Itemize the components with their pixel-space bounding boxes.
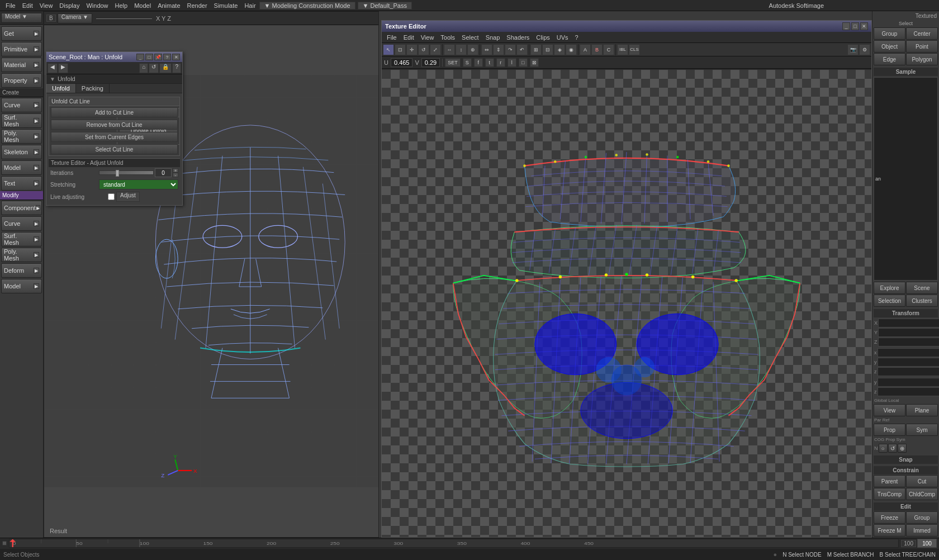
te-menu-clips[interactable]: Clips [533,34,552,41]
panel-close[interactable]: ✕ [172,54,180,60]
freeze-m-button[interactable]: Freeze M [874,524,905,537]
curve-button[interactable]: Curve▶ [1,98,42,112]
viewport-mode-btn[interactable]: B [46,15,56,22]
poly-mesh-button[interactable]: Poly. Mesh▶ [1,129,42,144]
get-button[interactable]: Get▶ [1,26,42,41]
sym-button[interactable]: Sym [906,424,938,436]
te-lasso-tool[interactable]: ⊡ [395,44,406,55]
clusters-button[interactable]: Clusters [906,295,938,307]
te-rotate90-tool[interactable]: ↷ [505,44,516,55]
te-menu-edit[interactable]: Edit [401,34,417,41]
model-selector[interactable]: Model ▼ [1,13,42,23]
te-tool-b[interactable]: B [591,44,603,55]
view-button[interactable]: View [874,404,905,416]
te-menu-file[interactable]: File [384,34,400,41]
menu-animate[interactable]: Animate [154,2,183,9]
te-maximize[interactable]: □ [851,22,859,30]
uv-set-btn[interactable]: SET [445,58,461,67]
scl-x-input[interactable] [878,378,940,387]
menu-view[interactable]: View [36,2,56,9]
uv-tool6[interactable]: □ [519,58,528,67]
iterations-value[interactable]: 0 [155,168,172,177]
te-canvas[interactable] [382,70,871,537]
point-button[interactable]: Point [906,40,938,53]
rot-y-input[interactable] [878,358,940,367]
camera-selector[interactable]: Camera ▼ [58,13,92,23]
tab-packing[interactable]: Packing [76,84,110,93]
te-titlebar[interactable]: Texture Editor _ □ ✕ [382,21,871,32]
uv-tool7[interactable]: ⊠ [530,58,539,67]
te-settings-icon[interactable]: ⚙ [859,44,870,55]
panel-settings-btn[interactable]: ? [172,63,181,73]
menu-simulate[interactable]: Simulate [211,2,241,9]
sample-input[interactable] [874,77,938,281]
te-menu-uvs[interactable]: UVs [554,34,571,41]
menu-model[interactable]: Model [131,2,154,9]
skeleton-button[interactable]: Skeleton▶ [1,145,42,159]
te-tool-c[interactable]: C [603,44,614,55]
te-tool-a[interactable]: A [580,44,591,55]
prop-button[interactable]: Prop [874,424,905,436]
surf-mesh-modify-button[interactable]: Surf. Mesh▶ [1,232,42,246]
te-rotate-neg90-tool[interactable]: ↶ [516,44,528,55]
polygon-button[interactable]: Polygon [906,53,938,65]
transform-x-input[interactable] [878,319,939,328]
te-translate-uv-tool[interactable]: ⊕ [467,44,478,55]
adjust-button[interactable]: Adjust [116,192,140,202]
te-menu-help[interactable]: ? [572,34,581,41]
te-flip-u-tool[interactable]: ⇔ [481,44,492,55]
transform-y-input[interactable] [878,328,939,337]
te-menu-select[interactable]: Select [459,34,482,41]
panel-pin[interactable]: 📌 [154,54,162,60]
te-ibl-btn[interactable]: IBL [617,44,628,55]
set-from-current-edges-btn[interactable]: Set from Current Edges [51,132,178,142]
poly-mesh-modify-button[interactable]: Poly. Mesh▶ [1,248,42,262]
property-button[interactable]: Property▶ [1,73,42,88]
select-cut-line-btn[interactable]: Select Cut Line [51,144,178,154]
live-adjusting-checkbox[interactable] [108,193,115,200]
scl-z-input[interactable] [878,387,940,396]
te-menu-shaders[interactable]: Shaders [504,34,532,41]
panel-home-btn[interactable]: ⌂ [139,63,148,73]
iterations-increment[interactable]: + [173,168,178,173]
selection-button[interactable]: Selection [874,295,905,307]
model-create-button[interactable]: Model▶ [1,160,42,175]
n-icon3[interactable]: ⊕ [898,444,907,453]
uv-tool3[interactable]: t [485,58,494,67]
iterations-slider[interactable] [99,170,154,175]
explore-button[interactable]: Explore [874,282,905,294]
te-relax-tool[interactable]: ◈ [554,44,565,55]
panel-lock-btn[interactable]: 🔒 [159,63,172,73]
component-button[interactable]: Component▶ [1,201,42,215]
panel-back-btn[interactable]: ◀ [48,63,58,73]
te-minimize[interactable]: _ [842,22,850,30]
surf-mesh-button[interactable]: Surf. Mesh▶ [1,113,42,128]
freeze-button[interactable]: Freeze [874,511,905,524]
te-select-tool[interactable]: ↖ [383,44,394,55]
float-panel-titlebar[interactable]: Scene_Root : Man : Unfold _ □ 📌 ? ✕ [46,52,182,62]
te-camera-icon[interactable]: 📷 [847,44,859,55]
uv-tool2[interactable]: f [474,58,483,67]
menu-window[interactable]: Window [83,2,111,9]
curve-modify-button[interactable]: Curve▶ [1,216,42,231]
menu-display[interactable]: Display [56,2,83,9]
object-button[interactable]: Object [874,40,905,53]
remove-from-cut-line-btn[interactable]: Remove from Cut Line [51,120,178,130]
uv-snap-tool[interactable]: S [463,58,472,67]
te-menu-tools[interactable]: Tools [438,34,458,41]
te-menu-view[interactable]: View [418,34,437,41]
timeline-ruler[interactable]: 0 50 100 150 200 250 300 350 400 450 [9,539,899,548]
parent-button[interactable]: Parent [874,475,905,487]
panel-forward-btn[interactable]: ▶ [58,63,68,73]
stretching-select[interactable]: standard minimal maximal [99,179,178,189]
panel-refresh-btn[interactable]: ↺ [149,63,159,73]
n-icon2[interactable]: ↺ [888,444,897,453]
te-unfold-tool[interactable]: ◉ [566,44,577,55]
menu-render[interactable]: Render [184,2,211,9]
timeline-expand-btn[interactable] [2,541,7,545]
model-modify-button[interactable]: Model▶ [1,279,42,293]
immed-button[interactable]: Immed [906,524,938,537]
text-button[interactable]: Text▶ [1,176,42,191]
frame-end-input[interactable] [917,539,937,548]
pass-selector[interactable]: ▼ Default_Pass [358,2,412,10]
